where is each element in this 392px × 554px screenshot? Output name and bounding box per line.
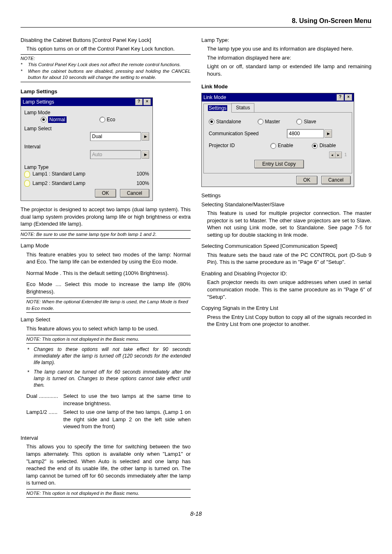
lamp1-pct: 100%: [136, 171, 149, 177]
cancel-button[interactable]: Cancel: [321, 176, 350, 184]
help-icon[interactable]: ?: [337, 94, 344, 101]
tab-settings[interactable]: Settings: [203, 104, 232, 113]
close-icon[interactable]: ×: [143, 99, 151, 105]
ok-button[interactable]: OK: [296, 176, 317, 184]
interval-h: Interval: [21, 434, 191, 442]
pid-p: Each projector needs its own unique addr…: [201, 279, 371, 300]
lamp-mode-h: Lamp Mode: [21, 242, 191, 249]
lamp-type-p1: The lamp type you use and its informatio…: [201, 45, 371, 53]
lamp-select-p: This feature allows you to select which …: [21, 325, 191, 332]
lamp-type-p2: The information displayed here are:: [201, 54, 371, 62]
normal-mode-line: Normal Mode . This is the default settin…: [21, 270, 191, 277]
lamp-select-label: Lamp Select: [24, 125, 149, 132]
settings-h: Settings: [201, 192, 371, 199]
page-number: 8-18: [21, 510, 371, 518]
projector-id-label: Projector ID: [209, 142, 270, 149]
link-mode-dialog: Link Mode ? × Settings Status Standalone…: [201, 93, 354, 187]
help-icon[interactable]: ?: [135, 99, 143, 105]
lamp1-text: Lamp1 : Standard Lamp: [32, 171, 136, 177]
sel-p: This feature is used for multiple projec…: [201, 210, 371, 238]
comm-speed-label: Communication Speed: [209, 130, 287, 137]
lamp12-term: Lamp1/2 ......: [26, 409, 63, 430]
chapter-title: 8. Using On-Screen Menu: [292, 17, 371, 24]
note-label: NOTE:: [21, 55, 191, 62]
bulb-icon: [24, 171, 30, 178]
dropdown-icon[interactable]: ▶: [142, 132, 149, 141]
note-block-1: NOTE: *This Control Panel Key Lock does …: [21, 54, 191, 82]
eco-mode-line: Eco Mode .... Select this mode to increa…: [21, 281, 191, 295]
lamp2-pct: 100%: [136, 180, 149, 187]
radio-eco[interactable]: Eco: [99, 116, 115, 123]
radio-standalone[interactable]: Standalone: [209, 118, 241, 125]
copy-p: Press the Entry List Copy button to copy…: [201, 314, 371, 328]
note-6: NOTE: This option is not displayed in th…: [26, 489, 191, 498]
lamp-settings-heading: Lamp Settings: [21, 88, 191, 95]
para-dual-lamp: The projector is designed to accept two …: [21, 206, 191, 228]
note-1: This Control Panel Key Lock does not aff…: [28, 62, 191, 68]
note-4: NOTE: When the optional Extended life la…: [26, 298, 191, 313]
dialog-title: Link Mode: [203, 94, 336, 101]
radio-slave[interactable]: Slave: [296, 118, 316, 125]
entry-list-copy-button[interactable]: Entry List Copy: [254, 160, 303, 168]
lamp-select-h: Lamp Select: [21, 316, 191, 323]
spin-right-icon: ▸: [336, 152, 341, 158]
radio-master[interactable]: Master: [258, 118, 280, 125]
star-1: Changes to these options will not take e…: [34, 346, 191, 366]
star-2: The lamp cannot be turned off for 60 sec…: [34, 369, 191, 389]
comm-p: This feature sets the baud rate of the P…: [201, 252, 371, 266]
interval-label: Interval: [24, 143, 149, 150]
lamp-type-label: Lamp Type: [24, 164, 149, 171]
disable-desc: This option turns on or off the Control …: [21, 45, 191, 53]
link-mode-heading: Link Mode: [201, 83, 371, 90]
lamp12-def: Select to use one lamp of the two lamps.…: [63, 409, 191, 430]
lamp2-text: Lamp2 : Standard Lamp: [32, 180, 136, 187]
note-5: NOTE: This option is not displayed in th…: [26, 335, 191, 344]
radio-normal[interactable]: Normal: [41, 116, 67, 123]
dialog-title: Lamp Settings: [23, 99, 134, 105]
close-icon[interactable]: ×: [345, 94, 352, 101]
dual-def: Select to use the two lamps at the same …: [63, 392, 191, 407]
lamp-type-p3: Light on or off, standard lamp or extend…: [201, 63, 371, 77]
interval-p: This allows you to specify the time for …: [21, 443, 191, 486]
comm-h: Selecting Communication Speed [Communica…: [201, 242, 371, 250]
dropdown-icon[interactable]: ▶: [142, 150, 149, 159]
lamp-mode-label: Lamp Mode: [24, 109, 149, 116]
disable-heading: Disabling the Cabinet Buttons [Control P…: [21, 37, 191, 44]
note-3: NOTE: Be sure to use the same lamp type …: [21, 230, 191, 239]
dual-term: Dual .............: [26, 392, 63, 407]
sel-h: Selecting Standalone/Master/Slave: [201, 201, 371, 208]
pid-h: Enabling and Disabling Projector ID:: [201, 270, 371, 277]
right-column: Lamp Type: The lamp type you use and its…: [201, 37, 371, 501]
comm-speed-field[interactable]: 4800: [287, 129, 324, 138]
projector-id-spinner[interactable]: ◂▸: [329, 152, 342, 158]
radio-enable[interactable]: Enable: [270, 142, 293, 149]
cancel-button[interactable]: Cancel: [120, 189, 149, 197]
radio-disable[interactable]: Disable: [312, 142, 336, 149]
page-header: 8. Using On-Screen Menu: [21, 16, 371, 28]
ok-button[interactable]: OK: [95, 189, 116, 197]
lamp-mode-p: This feature enables you to select two m…: [21, 251, 191, 265]
left-column: Disabling the Cabinet Buttons [Control P…: [21, 37, 191, 501]
spinner-value: 1: [344, 152, 347, 158]
bulb-icon: [24, 180, 30, 187]
interval-field: Auto: [90, 150, 141, 159]
lamp-settings-dialog: Lamp Settings ? × Lamp Mode Normal Eco L…: [21, 97, 153, 201]
note-2: When the cabinet buttons are disabled, p…: [28, 68, 191, 81]
spin-left-icon: ◂: [330, 152, 336, 158]
tab-status[interactable]: Status: [231, 103, 254, 112]
lamp-type-h: Lamp Type:: [201, 37, 371, 44]
lamp-select-field[interactable]: Dual: [90, 132, 141, 141]
copy-h: Copying Signals in the Entry List: [201, 305, 371, 312]
dropdown-icon[interactable]: ▶: [325, 129, 332, 138]
